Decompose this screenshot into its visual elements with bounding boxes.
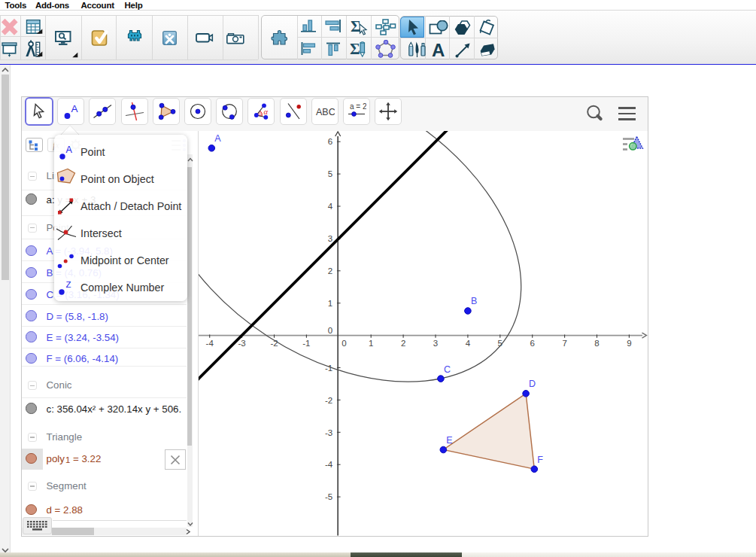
svg-text:-2: -2 [324,396,332,405]
svg-text:1: 1 [368,339,372,348]
svg-text:0: 0 [342,339,346,348]
svg-text:a = 2: a = 2 [350,102,366,111]
svg-text:C: C [443,364,450,375]
svg-text:5: 5 [327,169,332,178]
svg-text:2: 2 [327,266,332,275]
svg-text:6: 6 [530,339,534,348]
svg-text:1: 1 [327,299,332,308]
svg-text:3: 3 [433,339,437,348]
svg-text:B: B [470,296,476,306]
svg-text:F: F [537,455,543,465]
svg-text:2: 2 [400,339,405,348]
svg-text:4: 4 [327,202,332,211]
svg-text:D: D [529,379,536,389]
svg-text:-3: -3 [324,428,332,437]
svg-text:A: A [66,145,73,155]
svg-text:6: 6 [327,137,332,146]
svg-text:A: A [214,133,221,144]
svg-text:4: 4 [465,339,470,348]
svg-text:9: 9 [627,339,631,348]
svg-text:0: 0 [327,326,332,335]
svg-text:7: 7 [562,339,566,348]
svg-text:A: A [71,102,78,114]
svg-text:-1: -1 [302,339,310,348]
svg-text:E: E [446,435,452,446]
svg-text:-5: -5 [324,492,332,501]
svg-text:ABC: ABC [316,106,335,117]
svg-text:A: A [432,40,445,59]
svg-text:8: 8 [594,339,599,348]
svg-text:-4: -4 [324,460,332,469]
svg-text:α: α [264,108,269,116]
svg-text:Z: Z [66,280,71,289]
svg-text:-4: -4 [205,339,214,348]
svg-text:3: 3 [327,234,332,243]
svg-text:Σ: Σ [350,40,360,58]
